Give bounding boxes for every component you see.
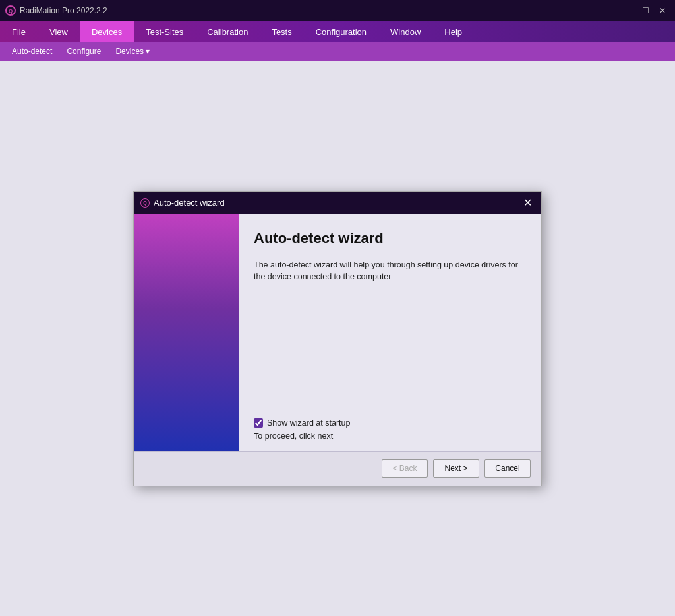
dialog-titlebar-text: Auto-detect wizard (154, 198, 225, 208)
dialog-sidebar-graphic (134, 214, 239, 451)
dialog-heading: Auto-detect wizard (254, 230, 527, 247)
next-button[interactable]: Next > (433, 459, 479, 478)
dialog-description: The auto-detect wizard will help you thr… (254, 259, 527, 410)
proceed-text: To proceed, click next (254, 432, 527, 441)
toolbar-btn-auto-detect[interactable]: Auto-detect (5, 45, 59, 57)
toolbar: Auto-detectConfigureDevices ▾ (0, 42, 675, 61)
toolbar-btn-configure[interactable]: Configure (60, 45, 107, 57)
dialog-footer-content: Show wizard at startup To proceed, click… (254, 410, 527, 441)
show-wizard-row: Show wizard at startup (254, 418, 527, 428)
show-wizard-label[interactable]: Show wizard at startup (267, 418, 350, 428)
title-bar-controls: ─ ☐ ✕ (621, 3, 670, 18)
menu-item-view[interactable]: View (38, 21, 80, 42)
back-button[interactable]: < Back (382, 459, 428, 478)
main-area: Q Auto-detect wizard ✕ Auto-detect wizar… (0, 61, 675, 616)
app-title: RadiMation Pro 2022.2.2 (20, 6, 107, 15)
dialog-close-button[interactable]: ✕ (520, 196, 535, 210)
menu-item-test-sites[interactable]: Test-Sites (134, 21, 195, 42)
app-close-button[interactable]: ✕ (655, 3, 670, 18)
dialog-button-bar: < Back Next > Cancel (134, 451, 541, 486)
dialog-body: Auto-detect wizard The auto-detect wizar… (134, 214, 541, 451)
menu-item-file[interactable]: File (0, 21, 38, 42)
title-bar: Q RadiMation Pro 2022.2.2 ─ ☐ ✕ (0, 0, 675, 21)
menu-item-calibration[interactable]: Calibration (195, 21, 260, 42)
dialog-titlebar-left: Q Auto-detect wizard (140, 198, 225, 208)
restore-button[interactable]: ☐ (638, 3, 653, 18)
title-bar-left: Q RadiMation Pro 2022.2.2 (5, 5, 107, 16)
menu-bar: FileViewDevicesTest-SitesCalibrationTest… (0, 21, 675, 42)
minimize-button[interactable]: ─ (621, 3, 635, 18)
toolbar-btn-devices[interactable]: Devices ▾ (109, 45, 156, 57)
menu-item-help[interactable]: Help (432, 21, 474, 42)
dialog-titlebar: Q Auto-detect wizard ✕ (134, 192, 541, 214)
cancel-button[interactable]: Cancel (484, 459, 531, 478)
menu-item-tests[interactable]: Tests (260, 21, 303, 42)
menu-item-configuration[interactable]: Configuration (304, 21, 378, 42)
menu-item-window[interactable]: Window (378, 21, 432, 42)
app-icon: Q (5, 5, 16, 16)
dialog-content: Auto-detect wizard The auto-detect wizar… (239, 214, 541, 451)
menu-item-devices[interactable]: Devices (80, 21, 134, 42)
dialog-app-icon: Q (140, 198, 150, 208)
auto-detect-wizard-dialog: Q Auto-detect wizard ✕ Auto-detect wizar… (133, 191, 542, 486)
show-wizard-checkbox[interactable] (254, 418, 263, 428)
